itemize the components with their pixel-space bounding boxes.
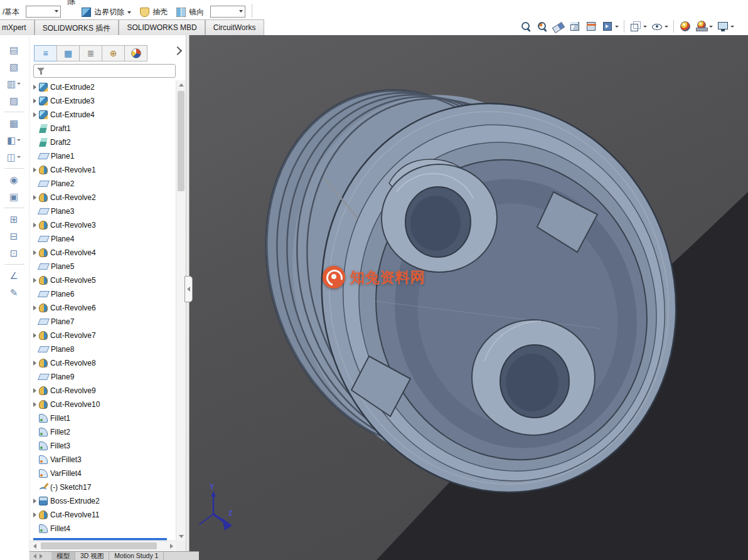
tree-item[interactable]: Cut-Extrude3 — [32, 94, 176, 108]
component-tool-button[interactable]: ⊞ — [0, 211, 28, 228]
tree-item[interactable]: Plane9 — [32, 370, 176, 384]
toolbar-combo-2[interactable] — [210, 6, 245, 18]
sketch-pencil-tool-button[interactable]: ✎ — [0, 284, 28, 301]
tree-item[interactable]: Draft1 — [32, 122, 176, 135]
tree-item[interactable]: Plane4 — [32, 232, 176, 246]
tree-item[interactable]: Plane5 — [32, 260, 176, 273]
tree-item[interactable]: Fillet4 — [32, 522, 176, 536]
tree-item[interactable]: Cut-Revolve10 — [32, 398, 176, 411]
scrollbar-thumb[interactable] — [41, 542, 157, 549]
toolbar-combo-1[interactable] — [26, 6, 61, 18]
tree-tabs-overflow-icon[interactable] — [173, 46, 182, 55]
panel-collapse-handle[interactable] — [184, 276, 193, 302]
tree-item[interactable]: Cut-Revolve9 — [32, 384, 176, 398]
hide-show-items-button[interactable] — [651, 20, 668, 33]
rollback-bar[interactable] — [33, 538, 167, 540]
3d-drawing-view-button[interactable] — [601, 20, 619, 33]
zoom-area-button[interactable] — [536, 20, 548, 33]
tree-item[interactable]: Plane8 — [32, 342, 176, 356]
expand-arrow-icon[interactable] — [33, 388, 36, 393]
tree-item[interactable]: Cut-Revolve7 — [32, 329, 176, 342]
tree-item[interactable]: Cut-Extrude4 — [32, 108, 176, 122]
tree-item[interactable]: Cut-Revolve6 — [32, 301, 176, 315]
boundary-cut-button[interactable]: 边界切除 — [82, 7, 131, 18]
previous-view-button[interactable] — [552, 20, 565, 33]
3d-views-tab[interactable]: 3D 视图 — [75, 552, 109, 560]
chevron-down-icon[interactable] — [17, 83, 21, 85]
dimxpertmanager-tab[interactable]: ⊕ — [102, 45, 125, 61]
export-tool-button[interactable]: ◧ — [0, 132, 28, 149]
notes-tool-button[interactable]: ▤ — [0, 41, 28, 58]
expand-arrow-icon[interactable] — [33, 499, 36, 504]
expand-arrow-icon[interactable] — [33, 195, 36, 200]
expand-arrow-icon[interactable] — [33, 361, 36, 366]
image-tool-button[interactable]: ▦ — [0, 115, 28, 132]
view-settings-button[interactable] — [717, 20, 734, 33]
expand-arrow-icon[interactable] — [33, 167, 36, 172]
viewport-canvas[interactable]: Y Z — [190, 35, 748, 560]
edit-appearance-button[interactable] — [679, 20, 692, 33]
expand-arrow-icon[interactable] — [33, 512, 36, 517]
section-view-button[interactable] — [585, 20, 597, 33]
expand-arrow-icon[interactable] — [33, 250, 36, 255]
grid-tool-button[interactable]: ⊟ — [0, 228, 28, 245]
block-tool-button[interactable]: ⊡ — [0, 245, 28, 262]
tree-item[interactable]: VarFillet3 — [32, 453, 176, 467]
motion-study-tab[interactable]: Motion Study 1 — [109, 552, 164, 560]
scrollbar-thumb[interactable] — [178, 91, 184, 191]
tree-horizontal-scrollbar[interactable] — [29, 541, 176, 551]
edit-notes-tool-button[interactable]: ▨ — [0, 92, 28, 109]
mirror-button[interactable]: 镜向 — [176, 7, 204, 18]
tree-item[interactable]: Cut-Revolve5 — [32, 273, 176, 287]
dimension-tool-button[interactable]: ∠ — [0, 267, 28, 284]
clip-tool-button[interactable]: ▧ — [0, 58, 28, 75]
tree-item[interactable]: Fillet2 — [32, 425, 176, 439]
chevron-down-icon[interactable] — [730, 26, 734, 28]
tree-item[interactable]: Cut-Extrude2 — [32, 80, 176, 94]
table-tool-button[interactable]: ▣ — [0, 188, 28, 205]
propertymanager-tab[interactable]: ▦ — [56, 45, 80, 61]
tree-item[interactable]: Plane3 — [32, 204, 176, 218]
tree-item[interactable]: Plane6 — [32, 287, 176, 301]
chevron-down-icon[interactable] — [17, 156, 21, 158]
zoom-fit-button[interactable] — [520, 20, 532, 33]
expand-arrow-icon[interactable] — [33, 333, 36, 338]
tree-item[interactable]: Cut-Revolve2 — [32, 191, 176, 204]
apply-scene-button[interactable] — [695, 20, 713, 33]
scroll-right-button[interactable] — [166, 541, 176, 551]
tree-filter-input[interactable] — [45, 65, 175, 77]
tree-item[interactable]: Cut-Revolve1 — [32, 163, 176, 177]
expand-arrow-icon[interactable] — [33, 112, 36, 117]
scroll-up-button[interactable] — [176, 80, 186, 90]
layout-tool-button[interactable]: ▥ — [0, 75, 28, 92]
expand-arrow-icon[interactable] — [33, 223, 36, 228]
chevron-down-icon[interactable] — [665, 26, 668, 28]
tree-item[interactable]: Cut-Revolve8 — [32, 356, 176, 370]
tree-item[interactable]: Plane2 — [32, 177, 176, 191]
scroll-left-button[interactable] — [29, 541, 40, 551]
tree-item[interactable]: Plane7 — [32, 315, 176, 329]
tree-item[interactable]: Plane1 — [32, 149, 176, 163]
tree-item[interactable]: Cut-Revolve3 — [32, 218, 176, 232]
view-orientation-button[interactable] — [569, 20, 581, 33]
chevron-down-icon[interactable] — [709, 26, 713, 28]
chevron-down-icon[interactable] — [615, 26, 619, 28]
expand-arrow-icon[interactable] — [33, 278, 36, 283]
tab-scroll-left-icon[interactable] — [33, 554, 36, 559]
model-tab[interactable]: 模型 — [51, 552, 75, 560]
tree-item[interactable]: Draft2 — [32, 135, 176, 149]
displaymanager-tab[interactable] — [124, 45, 147, 61]
ribbon-tab[interactable]: SOLIDWORKS MBD — [119, 19, 205, 35]
tree-filter-box[interactable] — [33, 64, 176, 78]
expand-arrow-icon[interactable] — [33, 85, 36, 90]
display-style-button[interactable] — [629, 20, 647, 33]
model-view-tool-button[interactable]: ◫ — [0, 149, 28, 166]
tree-item[interactable]: VarFillet4 — [32, 467, 176, 480]
tree-item[interactable]: Cut-Revolve4 — [32, 246, 176, 260]
expand-arrow-icon[interactable] — [33, 402, 36, 407]
material-tool-button[interactable]: ◉ — [0, 171, 28, 188]
ribbon-tab[interactable]: mXpert — [0, 19, 35, 35]
expand-arrow-icon[interactable] — [33, 305, 36, 310]
featuremanager-tab[interactable]: ≡ — [34, 45, 57, 61]
tree-item[interactable]: Cut-Revolve11 — [32, 508, 176, 522]
